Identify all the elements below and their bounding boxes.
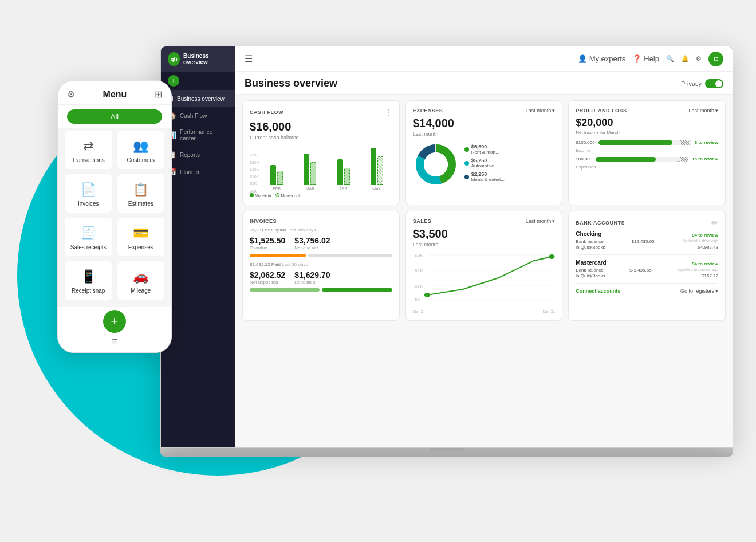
y-axis: $25K $20K $15K $10K $5K $0K	[250, 153, 259, 193]
bar-may-in	[371, 148, 376, 185]
phone-receipt-snap[interactable]: 📱 Receipt snap	[65, 261, 112, 300]
phone-mileage[interactable]: 🚗 Mileage	[117, 261, 165, 300]
phone-sales-receipts[interactable]: 🧾 Sales receipts	[65, 218, 112, 256]
sales-line-chart: $3K $2K $1K $0	[413, 252, 556, 309]
sales-amount: $3,500	[413, 227, 556, 241]
laptop-wrapper: qb Business overview + ⊞ Business overvi…	[160, 46, 733, 457]
sales-receipts-label: Sales receipts	[70, 244, 107, 250]
topbar-my-experts[interactable]: 👤 My experts	[578, 54, 626, 63]
pl-income-bar-fill	[598, 140, 673, 145]
card-bank-accounts: BANK ACCOUNTS ✏ Checking 94 to review Ba…	[568, 211, 726, 321]
auto-dot	[464, 161, 469, 166]
estimates-icon: 📋	[133, 182, 148, 197]
pl-subtitle: Net income for March	[576, 130, 718, 135]
phone-expenses-icon: 💳	[133, 226, 148, 241]
sidebar-item-planner[interactable]: 📅 Planner	[161, 163, 235, 180]
pl-expenses-bar	[596, 157, 688, 162]
card-profit-loss: PROFIT AND LOSS Last month ▾ $20,000 Net…	[568, 100, 726, 205]
phone-all-button[interactable]: All	[67, 109, 162, 124]
checking-review[interactable]: 94 to review	[692, 233, 718, 238]
bank-edit-icon[interactable]: ✏	[711, 218, 718, 227]
sales-line	[427, 257, 552, 295]
mastercard-review[interactable]: 94 to review	[692, 261, 718, 266]
pl-expenses-row: $80,000 15 to review	[576, 156, 718, 162]
phone-customers[interactable]: 👥 Customers	[117, 131, 165, 169]
svg-point-4	[424, 152, 448, 176]
invoice-bar-notdue	[308, 254, 392, 257]
phone-gear-icon[interactable]: ⚙	[67, 89, 75, 100]
sidebar-item-reports[interactable]: 📋 Reports	[161, 146, 235, 163]
topbar-help[interactable]: ❓ Help	[632, 54, 659, 63]
bar-mar-in	[304, 154, 309, 185]
topbar-notifications[interactable]: 🔔	[681, 55, 689, 62]
bank-checking-row: Checking 94 to review Bank balance $12,4…	[576, 231, 718, 250]
sales-period[interactable]: Last month ▾	[526, 218, 556, 224]
bar-may-out	[377, 156, 383, 185]
customers-icon: 👥	[133, 139, 148, 154]
sidebar-item-performance[interactable]: 📊 Performance center	[161, 124, 235, 146]
sidebar-cash-flow-label: Cash Flow	[180, 113, 207, 119]
sidebar-performance-label: Performance center	[180, 129, 229, 142]
sidebar-item-business-overview[interactable]: ⊞ Business overview	[161, 90, 235, 107]
donut-chart	[413, 142, 459, 187]
topbar-user-avatar[interactable]: C	[708, 52, 723, 66]
sales-title: SALES	[413, 218, 432, 224]
connect-accounts-link[interactable]: Connect accounts	[576, 288, 620, 294]
page-title: Business overview	[245, 77, 337, 89]
topbar-hamburger[interactable]: ☰	[245, 53, 253, 64]
phone-estimates[interactable]: 📋 Estimates	[117, 174, 165, 213]
donut-item-meals: $2,250 Meals & entert...	[464, 171, 505, 182]
bar-feb-in	[270, 165, 276, 185]
invoice-unpaid-row: $5,281.52 Unpaid Last 365 days	[250, 227, 392, 233]
pl-chevron-icon: ▾	[715, 108, 718, 113]
sales-start-dot	[424, 293, 430, 297]
topbar-settings[interactable]: ⚙	[696, 55, 702, 62]
laptop-notch	[430, 447, 464, 453]
phone-mockup: ⚙ Menu ⊞ All ⇄ Transactions 👥 Customers …	[57, 80, 172, 353]
go-registers-link[interactable]: Go to registers ▾	[680, 288, 718, 294]
pl-expenses-value: $80,000	[576, 156, 592, 162]
sidebar-item-cash-flow[interactable]: 🏠 Cash Flow	[161, 107, 235, 124]
svg-text:$2K: $2K	[414, 269, 423, 273]
meals-dot	[464, 175, 469, 179]
phone-expenses[interactable]: 💳 Expenses	[117, 218, 165, 256]
toggle-knob	[715, 80, 722, 87]
pl-expenses-review[interactable]: 15 to review	[692, 156, 718, 162]
invoice-overdue-label: Overdue	[250, 245, 285, 250]
rent-value: $6,500	[471, 144, 499, 150]
phone-settings-icon[interactable]: ⊞	[155, 89, 162, 100]
privacy-switch[interactable]	[705, 79, 723, 88]
cash-flow-subtitle: Current cash balance	[250, 135, 392, 140]
sidebar-business-overview-label: Business overview	[177, 96, 225, 102]
pl-period[interactable]: Last month ▾	[688, 108, 718, 113]
topbar-search[interactable]: 🔍	[666, 55, 674, 62]
expenses-period[interactable]: Last month ▾	[526, 108, 556, 113]
bar-chart: FEB MAR	[261, 145, 392, 191]
expenses-card-header: EXPENSES Last month ▾	[413, 108, 556, 113]
phone-transactions[interactable]: ⇄ Transactions	[65, 131, 112, 169]
pl-income-bar-pattern	[680, 140, 691, 145]
sales-chevron-icon: ▾	[552, 218, 555, 224]
phone-header: ⚙ Menu ⊞	[58, 81, 171, 105]
privacy-toggle[interactable]: Privacy	[681, 79, 723, 88]
phone-hamburger-icon[interactable]: ≡	[58, 336, 171, 352]
phone-add-button[interactable]: +	[103, 310, 126, 333]
pl-income-review[interactable]: 8 to review	[695, 140, 718, 145]
transactions-icon: ⇄	[83, 139, 93, 154]
main-content: ☰ 👤 My experts ❓ Help 🔍 🔔 ⚙	[235, 46, 733, 447]
invoice-paid-period: Last 30 days	[282, 262, 308, 267]
bank-title: BANK ACCOUNTS	[576, 220, 625, 226]
legend-in-label: Money in	[255, 194, 271, 198]
scene-container: ⚙ Menu ⊞ All ⇄ Transactions 👥 Customers …	[57, 46, 733, 519]
checking-qb-val: $4,987.43	[698, 245, 718, 250]
receipt-snap-icon: 📱	[81, 269, 96, 284]
invoice-deposited-label: Deposited	[294, 280, 330, 285]
sidebar-reports-label: Reports	[180, 152, 200, 158]
sidebar-add-button[interactable]: +	[168, 75, 179, 87]
svg-text:$3K: $3K	[414, 253, 423, 258]
phone-invoices[interactable]: 📄 Invoices	[65, 174, 112, 213]
invoice-notdue-label: Not due yet	[294, 245, 330, 250]
cash-flow-menu[interactable]: ⋮	[384, 108, 392, 117]
customers-label: Customers	[127, 157, 155, 163]
sales-date-start: Mar 2	[413, 309, 423, 313]
